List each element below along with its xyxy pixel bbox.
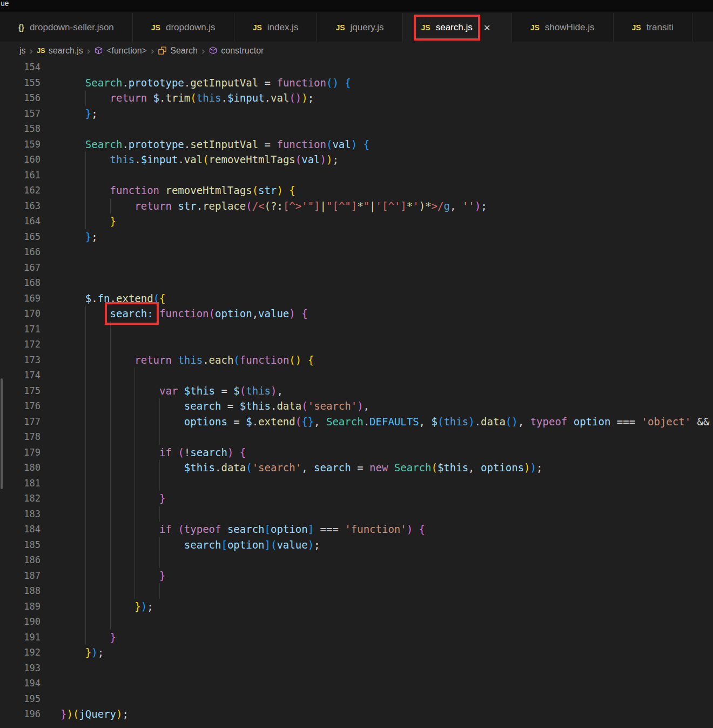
line-number[interactable]: 164	[0, 213, 54, 229]
code-token[interactable]: trim	[166, 92, 191, 104]
code-token[interactable]: jQuery	[79, 708, 116, 720]
code-token[interactable]: return	[134, 354, 172, 366]
line-number[interactable]: 180	[0, 460, 54, 476]
code-line-content[interactable]: var $this = $(this),	[54, 383, 713, 399]
code-line-content[interactable]: })(jQuery);	[54, 706, 713, 722]
code-token[interactable]	[60, 138, 85, 150]
code-token[interactable]: prototype	[129, 77, 184, 89]
code-token[interactable]	[357, 138, 363, 150]
code-token[interactable]: .	[203, 354, 208, 366]
annotation-red-box[interactable]: search:	[110, 308, 153, 319]
code-token[interactable]: )	[277, 184, 282, 196]
code-token[interactable]: ,	[364, 400, 369, 412]
code-token[interactable]	[172, 354, 178, 366]
code-token[interactable]	[159, 184, 165, 196]
code-token[interactable]: return	[110, 92, 147, 104]
code-token[interactable]: str	[178, 200, 196, 212]
code-token[interactable]: ]	[308, 523, 314, 535]
line-number[interactable]: 193	[0, 660, 54, 676]
code-token[interactable]: (	[506, 416, 512, 428]
code-token[interactable]: .	[91, 292, 97, 304]
code-line-content[interactable]	[54, 676, 713, 691]
code-token[interactable]: )	[475, 200, 481, 212]
code-token[interactable]: }	[60, 708, 66, 720]
close-tab-icon[interactable]: ×	[481, 22, 493, 34]
line-number[interactable]: 163	[0, 198, 54, 214]
editor-tab[interactable]: JS index.js ×	[234, 13, 318, 42]
code-token[interactable]	[172, 523, 178, 535]
code-token[interactable]	[60, 92, 110, 104]
code-token[interactable]: 'search'	[252, 462, 302, 473]
code-line-content[interactable]: this.$input.val(removeHtmlTags(val));	[54, 152, 713, 168]
code-token[interactable]: ,	[252, 308, 258, 319]
code-line-content[interactable]	[54, 275, 713, 291]
code-token[interactable]	[178, 385, 184, 397]
code-token[interactable]	[60, 292, 85, 304]
code-token[interactable]: )	[301, 92, 307, 104]
code-token[interactable]: )	[407, 523, 413, 535]
code-token[interactable]: (	[233, 354, 239, 366]
line-number[interactable]: 167	[0, 260, 54, 276]
code-token[interactable]: (	[178, 446, 184, 458]
code-line-content[interactable]: if (typeof search[option] === 'function'…	[54, 522, 713, 537]
code-token[interactable]: 'object'	[642, 416, 691, 428]
code-token[interactable]: search	[227, 523, 265, 535]
editor-tab[interactable]: JS transiti ×	[614, 13, 692, 42]
line-number[interactable]: 179	[0, 445, 54, 460]
code-token[interactable]: [	[265, 523, 271, 535]
code-token[interactable]: data	[221, 462, 246, 473]
code-token[interactable]: {	[301, 308, 307, 319]
code-token[interactable]	[60, 184, 110, 196]
line-number[interactable]: 160	[0, 152, 54, 168]
line-number[interactable]: 171	[0, 322, 54, 337]
code-token[interactable]: setInputVal	[190, 138, 258, 150]
code-token[interactable]: (	[289, 92, 295, 104]
code-token[interactable]: .	[122, 77, 128, 89]
code-token[interactable]: value	[277, 539, 307, 551]
line-number[interactable]: 155	[0, 75, 54, 91]
code-token[interactable]	[60, 385, 159, 397]
breadcrumb-item[interactable]: <function>	[94, 46, 147, 56]
code-token[interactable]	[388, 462, 394, 473]
code-token[interactable]: *	[357, 200, 363, 212]
code-token[interactable]: [	[221, 539, 227, 551]
code-token[interactable]: .	[184, 77, 190, 89]
code-token[interactable]: =	[258, 138, 277, 150]
code-line-content[interactable]: return $.trim(this.$input.val());	[54, 90, 713, 106]
code-token[interactable]	[60, 308, 110, 319]
code-token[interactable]	[60, 354, 134, 366]
code-token[interactable]: )	[332, 77, 338, 89]
code-line-content[interactable]	[54, 583, 713, 599]
line-number[interactable]: 192	[0, 645, 54, 660]
line-number[interactable]: 175	[0, 383, 54, 399]
line-number[interactable]: 189	[0, 599, 54, 615]
code-token[interactable]: ,	[277, 385, 282, 397]
breadcrumb-item[interactable]: JS search.js	[37, 46, 83, 56]
code-token[interactable]: ;	[91, 108, 97, 119]
code-token[interactable]	[413, 523, 419, 535]
code-token[interactable]: ;	[481, 200, 487, 212]
code-token[interactable]: extend	[116, 292, 153, 304]
code-token[interactable]: replace	[203, 200, 246, 212]
code-token[interactable]	[221, 523, 227, 535]
code-token[interactable]: )	[512, 416, 517, 428]
line-number[interactable]: 196	[0, 706, 54, 722]
code-line-content[interactable]: if (!search) {	[54, 445, 713, 460]
code-token[interactable]: (	[153, 292, 159, 304]
line-number[interactable]: 181	[0, 476, 54, 491]
code-token[interactable]: .	[265, 92, 271, 104]
code-token[interactable]: Search	[85, 77, 123, 89]
code-token[interactable]: $this	[184, 385, 215, 397]
code-token[interactable]: ,	[518, 416, 530, 428]
code-token[interactable]	[60, 539, 184, 551]
code-token[interactable]: =	[215, 385, 233, 397]
code-token[interactable]: .	[110, 292, 116, 304]
code-token[interactable]: {	[364, 138, 369, 150]
code-token[interactable]	[339, 77, 345, 89]
code-token[interactable]	[153, 308, 159, 319]
code-token[interactable]: Search	[326, 416, 364, 428]
code-token[interactable]: function	[240, 354, 290, 366]
code-line-content[interactable]: Search.prototype.setInputVal = function(…	[54, 137, 713, 152]
code-token[interactable]: .	[184, 138, 190, 150]
code-token[interactable]: if	[159, 523, 172, 535]
